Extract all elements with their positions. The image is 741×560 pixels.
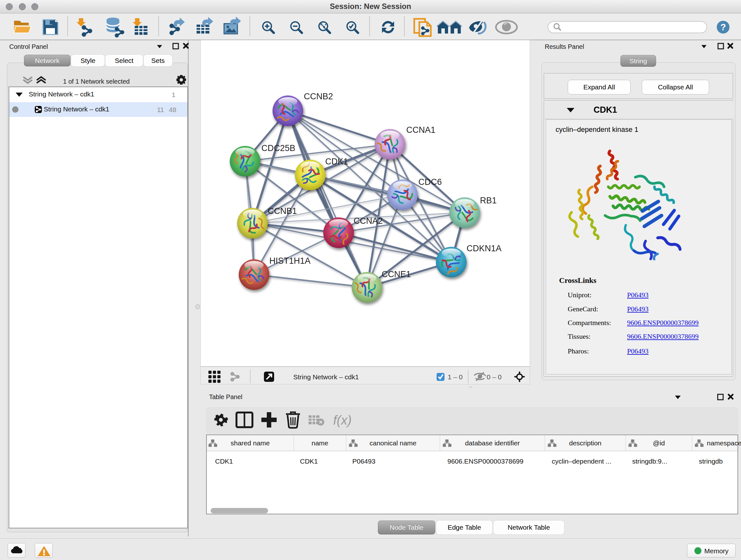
svg-text:CDC6: CDC6 bbox=[418, 177, 442, 187]
svg-text:0 – 0: 0 – 0 bbox=[487, 373, 502, 381]
svg-text:HIST1H1A: HIST1H1A bbox=[269, 256, 311, 266]
svg-text:CDC25B: CDC25B bbox=[261, 143, 295, 153]
svg-text:CCNE1: CCNE1 bbox=[382, 269, 411, 279]
svg-text:f(x): f(x) bbox=[333, 413, 352, 427]
svg-text:String Network – cdk1: String Network – cdk1 bbox=[293, 373, 359, 381]
svg-text:CDK1: CDK1 bbox=[325, 157, 348, 166]
svg-text:?: ? bbox=[720, 22, 726, 32]
svg-text:CCNA2: CCNA2 bbox=[354, 216, 383, 226]
svg-text:1 – 0: 1 – 0 bbox=[448, 373, 463, 381]
svg-text:RB1: RB1 bbox=[480, 196, 497, 205]
svg-text:CCNA1: CCNA1 bbox=[406, 125, 435, 135]
svg-text:CCNB2: CCNB2 bbox=[304, 91, 333, 101]
svg-text:CCNB1: CCNB1 bbox=[268, 206, 297, 216]
svg-text:Memory: Memory bbox=[704, 547, 729, 555]
svg-text:CDKN1A: CDKN1A bbox=[467, 244, 502, 253]
